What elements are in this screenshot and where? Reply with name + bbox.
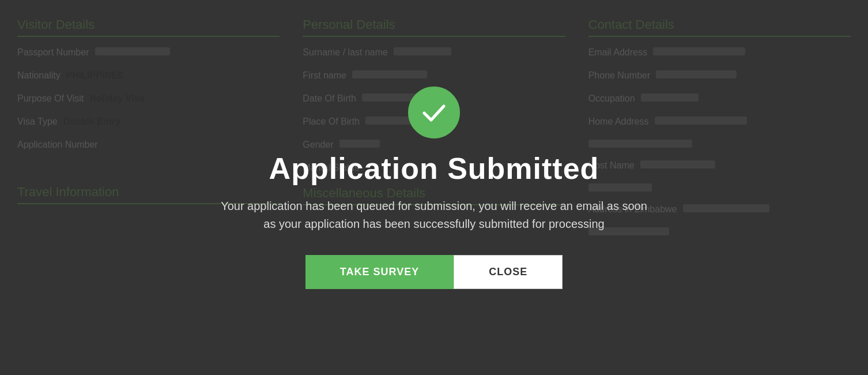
success-icon-circle [408, 87, 460, 138]
close-button[interactable]: CLOSE [454, 255, 563, 289]
modal-button-row: TAKE SURVEY CLOSE [305, 255, 563, 289]
modal-message: Your application has been queued for sub… [215, 197, 653, 233]
submission-modal: Application Submitted Your application h… [0, 0, 868, 375]
take-survey-button[interactable]: TAKE SURVEY [305, 255, 454, 289]
modal-title: Application Submitted [269, 151, 599, 186]
checkmark-icon [420, 98, 448, 127]
